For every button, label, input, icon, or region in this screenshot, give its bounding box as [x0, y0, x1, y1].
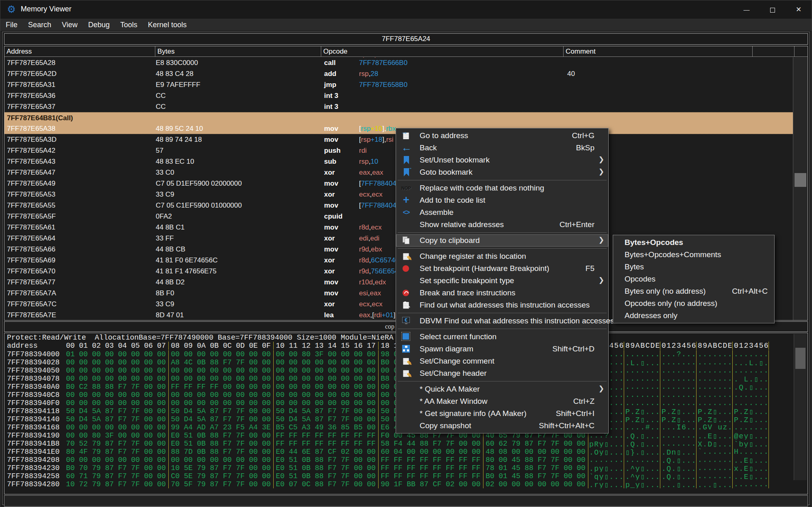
hex-byte[interactable]: 00	[116, 350, 129, 358]
hex-byte[interactable]: 44	[405, 440, 418, 448]
hex-byte[interactable]: 00	[274, 391, 287, 399]
hex-byte[interactable]: 00	[90, 456, 103, 464]
hex-byte[interactable]: 00	[182, 456, 195, 464]
maximize-button[interactable]	[760, 0, 786, 19]
hex-byte[interactable]: 7F	[234, 480, 247, 488]
hex-byte[interactable]: 01	[496, 472, 509, 480]
hex-byte[interactable]: 00	[260, 407, 273, 415]
hex-byte[interactable]: 1F	[392, 480, 405, 488]
hex-byte[interactable]: 87	[208, 480, 221, 488]
hex-byte[interactable]: 51	[182, 431, 195, 440]
hex-byte[interactable]: 00	[182, 350, 195, 358]
hex-byte[interactable]: 00	[457, 480, 470, 488]
hex-byte[interactable]: 00	[64, 423, 77, 431]
hex-byte[interactable]: FF	[365, 440, 378, 448]
hex-byte[interactable]: FF	[392, 456, 405, 464]
hex-byte[interactable]: B0	[483, 472, 496, 480]
hex-byte[interactable]: 01	[496, 464, 509, 472]
menu-item-replace-with-code-that-does-nothing[interactable]: NOPReplace with code that does nothing	[396, 182, 608, 194]
hex-byte[interactable]: 07	[287, 480, 300, 488]
hex-byte[interactable]: 00	[142, 423, 155, 431]
hex-byte[interactable]: 88	[103, 383, 116, 391]
hex-byte[interactable]: 00	[365, 448, 378, 456]
hex-byte[interactable]: 70	[64, 440, 77, 448]
hex-byte[interactable]: 7F	[129, 480, 142, 488]
hex-byte[interactable]: 79	[90, 448, 103, 456]
hex-byte[interactable]: 00	[129, 366, 142, 375]
hex-byte[interactable]: FF	[418, 472, 431, 480]
hex-byte[interactable]: 71	[77, 472, 90, 480]
hex-byte[interactable]: 5A	[195, 407, 208, 415]
hex-byte[interactable]: 5A	[90, 407, 103, 415]
hex-byte[interactable]: 00	[562, 440, 575, 448]
hex-byte[interactable]: F7	[326, 415, 339, 423]
hex-byte[interactable]: 80	[300, 350, 313, 358]
hex-byte[interactable]: 88	[208, 448, 221, 456]
hex-byte[interactable]: 00	[221, 366, 234, 375]
hex-byte[interactable]: 00	[234, 383, 247, 391]
hex-byte[interactable]: 00	[195, 350, 208, 358]
hex-byte[interactable]: 00	[155, 456, 168, 464]
hex-byte[interactable]: 87	[208, 415, 221, 423]
menu-item-dbvm-find-out-what-addresses-this-instruction-accesses[interactable]: €DBVM Find out what addresses this instr…	[396, 315, 608, 327]
hex-byte[interactable]: 00	[64, 399, 77, 407]
hex-byte[interactable]: 00	[155, 431, 168, 440]
hex-byte[interactable]: FF	[313, 431, 326, 440]
hex-byte[interactable]: 00	[247, 383, 260, 391]
hex-byte[interactable]: 00	[64, 375, 77, 383]
hex-byte[interactable]: 00	[562, 456, 575, 464]
hex-byte[interactable]: FF	[352, 440, 365, 448]
menubar-item-tools[interactable]: Tools	[115, 19, 143, 31]
hex-byte[interactable]: FF	[287, 431, 300, 440]
hex-byte[interactable]: 87	[103, 472, 116, 480]
menu-item-goto-bookmark[interactable]: →Goto bookmark❯	[396, 166, 608, 178]
menubar-item-view[interactable]: View	[57, 19, 83, 31]
hex-byte[interactable]: F7	[326, 464, 339, 472]
hex-byte[interactable]: 00	[142, 383, 155, 391]
hex-byte[interactable]: 7F	[129, 407, 142, 415]
menubar-item-kernel-tools[interactable]: Kernel tools	[143, 19, 192, 31]
hex-row[interactable]: 7FF78839425860717987F77F0000`qy▯....C05E…	[4, 472, 808, 480]
submenu-item-opcodes-only-no-address[interactable]: Opcodes only (no address)	[613, 297, 774, 310]
hex-byte[interactable]: 00	[64, 366, 77, 375]
hex-byte[interactable]: 00	[562, 472, 575, 480]
hex-byte[interactable]: 00	[365, 366, 378, 375]
hex-byte[interactable]: B0	[64, 464, 77, 472]
hex-byte[interactable]: 51	[287, 464, 300, 472]
hex-byte[interactable]: B8	[379, 375, 392, 383]
hex-byte[interactable]: 87	[313, 407, 326, 415]
disasm-row[interactable]: 7FF787E65A37CCint 3	[4, 101, 793, 112]
hex-byte[interactable]: 60	[483, 440, 496, 448]
hex-byte[interactable]: FF	[352, 431, 365, 440]
hex-byte[interactable]: 7F	[549, 440, 562, 448]
hex-byte[interactable]: 23	[221, 423, 234, 431]
hex-byte[interactable]: 00	[274, 358, 287, 366]
hex-byte[interactable]: FF	[326, 431, 339, 440]
hex-byte[interactable]: 00	[221, 350, 234, 358]
hex-byte[interactable]: 00	[64, 431, 77, 440]
hex-byte[interactable]: 04	[392, 448, 405, 456]
hex-byte[interactable]: 00	[234, 391, 247, 399]
menu-item-aa-maker-window[interactable]: * AA Maker WindowCtrl+Z	[396, 395, 608, 407]
hex-byte[interactable]: 7F	[339, 456, 352, 464]
hex-byte[interactable]: 00	[129, 350, 142, 358]
hex-byte[interactable]: 00	[470, 480, 483, 488]
hex-byte[interactable]: 00	[575, 440, 588, 448]
hex-byte[interactable]: A3	[300, 423, 313, 431]
hex-byte[interactable]: F7	[221, 407, 234, 415]
hex-byte[interactable]: 87	[103, 440, 116, 448]
hex-byte[interactable]: 00	[352, 391, 365, 399]
disasm-row[interactable]: 7FF787E65A2D48 83 C4 28addrsp,2840	[4, 68, 793, 79]
hex-byte[interactable]: 00	[575, 448, 588, 456]
hex-byte[interactable]: 0B	[195, 448, 208, 456]
hex-byte[interactable]: 00	[352, 480, 365, 488]
hex-byte[interactable]: 00	[103, 366, 116, 375]
hex-byte[interactable]: 00	[287, 358, 300, 366]
hex-byte[interactable]: 00	[155, 464, 168, 472]
hex-byte[interactable]: 00	[155, 472, 168, 480]
hex-byte[interactable]: 00	[77, 431, 90, 440]
hex-byte[interactable]: 00	[221, 375, 234, 383]
hex-byte[interactable]: 00	[155, 415, 168, 423]
hex-byte[interactable]: 00	[142, 375, 155, 383]
hex-byte[interactable]: 79	[90, 464, 103, 472]
